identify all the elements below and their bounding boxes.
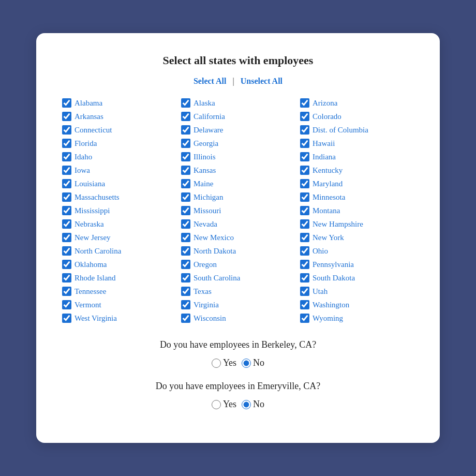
select-all-link[interactable]: Select All bbox=[194, 77, 227, 85]
state-item-indiana[interactable]: Indiana bbox=[300, 151, 414, 162]
radio-emeryville-no[interactable] bbox=[242, 400, 251, 409]
state-item-florida[interactable]: Florida bbox=[62, 138, 176, 149]
state-item-new_hampshire[interactable]: New Hampshire bbox=[300, 218, 414, 230]
state-item-delaware[interactable]: Delaware bbox=[181, 124, 295, 136]
state-item-california[interactable]: California bbox=[181, 111, 295, 122]
checkbox-maine[interactable] bbox=[181, 179, 190, 188]
state-item-maine[interactable]: Maine bbox=[181, 178, 295, 189]
checkbox-utah[interactable] bbox=[300, 287, 309, 296]
state-item-new_mexico[interactable]: New Mexico bbox=[181, 232, 295, 243]
checkbox-alabama[interactable] bbox=[62, 98, 71, 108]
state-item-iowa[interactable]: Iowa bbox=[62, 165, 176, 176]
state-item-utah[interactable]: Utah bbox=[300, 286, 414, 297]
radio-label-berkeley-no[interactable]: No bbox=[242, 358, 264, 368]
state-item-colorado[interactable]: Colorado bbox=[300, 111, 414, 122]
state-item-georgia[interactable]: Georgia bbox=[181, 138, 295, 149]
checkbox-maryland[interactable] bbox=[300, 179, 309, 188]
state-item-north_carolina[interactable]: North Carolina bbox=[62, 245, 176, 257]
checkbox-south_carolina[interactable] bbox=[181, 273, 190, 282]
checkbox-arkansas[interactable] bbox=[62, 112, 71, 121]
state-item-oregon[interactable]: Oregon bbox=[181, 259, 295, 270]
state-item-north_dakota[interactable]: North Dakota bbox=[181, 245, 295, 257]
state-item-nevada[interactable]: Nevada bbox=[181, 218, 295, 230]
state-item-alabama[interactable]: Alabama bbox=[62, 97, 176, 109]
checkbox-washington[interactable] bbox=[300, 300, 309, 309]
checkbox-ohio[interactable] bbox=[300, 246, 309, 256]
checkbox-mississippi[interactable] bbox=[62, 206, 71, 215]
checkbox-louisiana[interactable] bbox=[62, 179, 71, 188]
checkbox-missouri[interactable] bbox=[181, 206, 190, 215]
state-item-ohio[interactable]: Ohio bbox=[300, 245, 414, 257]
unselect-all-link[interactable]: Unselect All bbox=[241, 77, 282, 85]
state-item-kansas[interactable]: Kansas bbox=[181, 165, 295, 176]
checkbox-new_jersey[interactable] bbox=[62, 233, 71, 242]
checkbox-arizona[interactable] bbox=[300, 98, 309, 108]
state-item-texas[interactable]: Texas bbox=[181, 286, 295, 297]
checkbox-nebraska[interactable] bbox=[62, 219, 71, 229]
state-item-south_carolina[interactable]: South Carolina bbox=[181, 272, 295, 284]
checkbox-dist_columbia[interactable] bbox=[300, 125, 309, 135]
state-item-illinois[interactable]: Illinois bbox=[181, 151, 295, 162]
radio-berkeley-no[interactable] bbox=[242, 359, 251, 368]
checkbox-minnesota[interactable] bbox=[300, 192, 309, 202]
checkbox-wyoming[interactable] bbox=[300, 314, 309, 323]
state-item-alaska[interactable]: Alaska bbox=[181, 97, 295, 109]
state-item-kentucky[interactable]: Kentucky bbox=[300, 165, 414, 176]
state-item-wisconsin[interactable]: Wisconsin bbox=[181, 313, 295, 324]
checkbox-colorado[interactable] bbox=[300, 112, 309, 121]
radio-label-emeryville-yes[interactable]: Yes bbox=[212, 399, 236, 410]
state-item-south_dakota[interactable]: South Dakota bbox=[300, 272, 414, 284]
state-item-mississippi[interactable]: Mississippi bbox=[62, 205, 176, 216]
state-item-pennsylvania[interactable]: Pennsylvania bbox=[300, 259, 414, 270]
checkbox-vermont[interactable] bbox=[62, 300, 71, 309]
checkbox-new_york[interactable] bbox=[300, 233, 309, 242]
state-item-hawaii[interactable]: Hawaii bbox=[300, 138, 414, 149]
state-item-dist_columbia[interactable]: Dist. of Columbia bbox=[300, 124, 414, 136]
checkbox-new_mexico[interactable] bbox=[181, 233, 190, 242]
state-item-wyoming[interactable]: Wyoming bbox=[300, 313, 414, 324]
checkbox-california[interactable] bbox=[181, 112, 190, 121]
state-item-new_jersey[interactable]: New Jersey bbox=[62, 232, 176, 243]
state-item-vermont[interactable]: Vermont bbox=[62, 299, 176, 310]
checkbox-florida[interactable] bbox=[62, 139, 71, 148]
state-item-maryland[interactable]: Maryland bbox=[300, 178, 414, 189]
checkbox-georgia[interactable] bbox=[181, 139, 190, 148]
checkbox-new_hampshire[interactable] bbox=[300, 219, 309, 229]
state-item-west_virginia[interactable]: West Virginia bbox=[62, 313, 176, 324]
checkbox-delaware[interactable] bbox=[181, 125, 190, 135]
checkbox-kentucky[interactable] bbox=[300, 166, 309, 175]
state-item-oklahoma[interactable]: Oklahoma bbox=[62, 259, 176, 270]
state-item-minnesota[interactable]: Minnesota bbox=[300, 191, 414, 203]
state-item-rhode_island[interactable]: Rhode Island bbox=[62, 272, 176, 284]
radio-label-emeryville-no[interactable]: No bbox=[242, 399, 264, 410]
checkbox-rhode_island[interactable] bbox=[62, 273, 71, 282]
state-item-massachusetts[interactable]: Massachusetts bbox=[62, 191, 176, 203]
checkbox-iowa[interactable] bbox=[62, 166, 71, 175]
state-item-connecticut[interactable]: Connecticut bbox=[62, 124, 176, 136]
state-item-montana[interactable]: Montana bbox=[300, 205, 414, 216]
checkbox-texas[interactable] bbox=[181, 287, 190, 296]
state-item-nebraska[interactable]: Nebraska bbox=[62, 218, 176, 230]
checkbox-wisconsin[interactable] bbox=[181, 314, 190, 323]
state-item-missouri[interactable]: Missouri bbox=[181, 205, 295, 216]
state-item-idaho[interactable]: Idaho bbox=[62, 151, 176, 162]
checkbox-nevada[interactable] bbox=[181, 219, 190, 229]
checkbox-west_virginia[interactable] bbox=[62, 314, 71, 323]
radio-label-berkeley-yes[interactable]: Yes bbox=[212, 358, 236, 368]
checkbox-indiana[interactable] bbox=[300, 152, 309, 161]
checkbox-south_dakota[interactable] bbox=[300, 273, 309, 282]
checkbox-virginia[interactable] bbox=[181, 300, 190, 309]
state-item-arkansas[interactable]: Arkansas bbox=[62, 111, 176, 122]
checkbox-kansas[interactable] bbox=[181, 166, 190, 175]
checkbox-oklahoma[interactable] bbox=[62, 260, 71, 269]
state-item-new_york[interactable]: New York bbox=[300, 232, 414, 243]
state-item-washington[interactable]: Washington bbox=[300, 299, 414, 310]
state-item-arizona[interactable]: Arizona bbox=[300, 97, 414, 109]
checkbox-illinois[interactable] bbox=[181, 152, 190, 161]
state-item-michigan[interactable]: Michigan bbox=[181, 191, 295, 203]
checkbox-montana[interactable] bbox=[300, 206, 309, 215]
state-item-louisiana[interactable]: Louisiana bbox=[62, 178, 176, 189]
checkbox-north_dakota[interactable] bbox=[181, 246, 190, 256]
state-item-virginia[interactable]: Virginia bbox=[181, 299, 295, 310]
checkbox-connecticut[interactable] bbox=[62, 125, 71, 135]
